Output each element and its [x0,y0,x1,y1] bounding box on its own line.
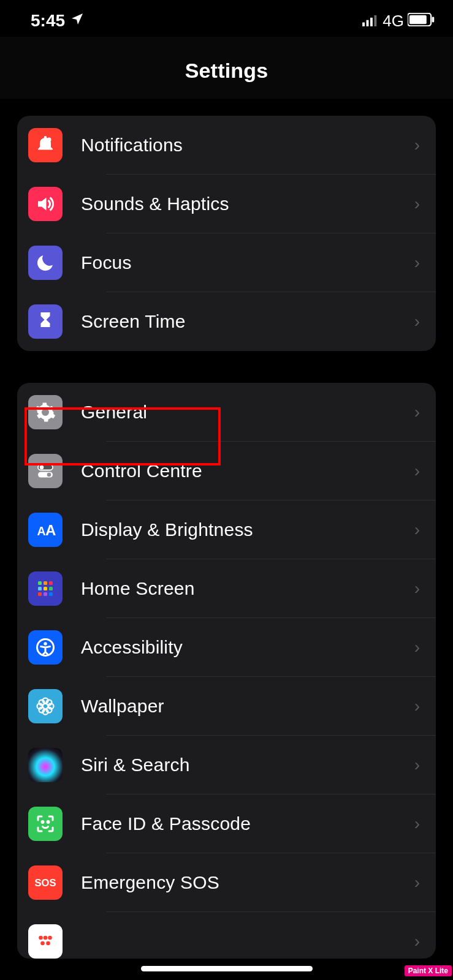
status-bar: 5:45 4G [0,0,453,37]
chevron-right-icon: › [414,814,424,834]
gear-icon [28,395,63,429]
row-homescreen[interactable]: Home Screen › [17,559,436,618]
row-sounds[interactable]: Sounds & Haptics › [17,175,436,233]
svg-rect-3 [375,15,377,26]
location-icon [70,11,85,31]
row-label: Notifications [63,135,414,156]
svg-rect-22 [49,592,53,596]
row-label: Sounds & Haptics [63,194,414,214]
settings-group-1: Notifications › Sounds & Haptics › Focus… [17,116,436,351]
row-exposure[interactable]: › [17,912,436,959]
row-label: Focus [63,252,414,273]
row-label: Siri & Search [63,755,414,775]
svg-point-39 [48,936,52,940]
settings-list[interactable]: Notifications › Sounds & Haptics › Focus… [0,116,453,959]
chevron-right-icon: › [414,755,424,775]
network-label: 4G [383,12,404,31]
row-label: Screen Time [63,311,414,332]
toggles-icon [28,454,63,488]
svg-rect-2 [370,18,373,26]
row-sos[interactable]: SOS Emergency SOS › [17,853,436,912]
settings-group-2: General › Control Centre › AA Display & … [17,383,436,959]
svg-rect-16 [49,581,53,585]
svg-rect-1 [367,20,369,26]
row-wallpaper[interactable]: Wallpaper › [17,677,436,736]
chevron-right-icon: › [414,579,424,598]
aa-icon: AA [28,513,63,547]
svg-point-24 [44,642,47,645]
row-display[interactable]: AA Display & Brightness › [17,500,436,559]
row-label: Display & Brightness [63,519,414,540]
chevron-right-icon: › [414,932,424,951]
svg-point-9 [40,466,44,470]
status-time: 5:45 [31,11,65,31]
svg-text:A: A [45,522,56,538]
signal-icon [362,11,379,31]
chevron-right-icon: › [414,638,424,657]
settings-header: Settings [0,37,453,99]
chevron-right-icon: › [414,520,424,540]
row-general[interactable]: General › [17,383,436,442]
speaker-icon [28,187,63,221]
person-circle-icon [28,630,63,665]
svg-point-41 [46,941,50,946]
chevron-right-icon: › [414,194,424,214]
chevron-right-icon: › [414,402,424,422]
sos-icon: SOS [28,865,63,900]
svg-rect-5 [409,15,427,24]
row-label: Emergency SOS [63,872,414,893]
svg-point-40 [40,941,45,946]
row-accessibility[interactable]: Accessibility › [17,618,436,677]
row-notifications[interactable]: Notifications › [17,116,436,175]
svg-point-34 [42,821,44,823]
status-right: 4G [362,11,435,31]
svg-rect-18 [44,587,47,590]
svg-rect-14 [38,581,42,585]
row-label: Wallpaper [63,696,414,717]
svg-text:SOS: SOS [35,877,56,888]
row-label: Accessibility [63,637,414,658]
svg-point-7 [47,138,51,142]
row-label: General [63,402,414,423]
face-icon [28,807,63,841]
exposure-icon [28,924,63,959]
moon-icon [28,246,63,280]
svg-rect-15 [44,581,47,585]
row-screentime[interactable]: Screen Time › [17,292,436,351]
row-label: Face ID & Passcode [63,813,414,834]
svg-rect-21 [44,592,47,596]
row-control-centre[interactable]: Control Centre › [17,442,436,500]
siri-icon [28,748,63,782]
chevron-right-icon: › [414,312,424,331]
status-left: 5:45 [31,11,85,31]
svg-rect-6 [432,17,435,23]
grid-icon [28,571,63,606]
chevron-right-icon: › [414,253,424,273]
row-label: Home Screen [63,578,414,599]
battery-icon [408,11,435,31]
flower-icon [28,689,63,723]
row-faceid[interactable]: Face ID & Passcode › [17,794,436,853]
page-title: Settings [0,59,453,83]
svg-text:A: A [37,524,46,538]
row-siri[interactable]: Siri & Search › [17,736,436,794]
svg-rect-0 [362,23,365,26]
hourglass-icon [28,304,63,339]
svg-rect-20 [38,592,42,596]
watermark: Paint X Lite [405,965,452,976]
svg-rect-17 [38,587,42,590]
svg-point-37 [39,936,43,940]
row-label: Control Centre [63,461,414,481]
chevron-right-icon: › [414,135,424,155]
bell-icon [28,128,63,162]
home-indicator[interactable] [141,966,313,971]
svg-point-38 [44,936,48,940]
row-focus[interactable]: Focus › [17,233,436,292]
svg-rect-19 [49,587,53,590]
svg-point-11 [47,473,51,477]
chevron-right-icon: › [414,696,424,716]
chevron-right-icon: › [414,873,424,892]
svg-point-35 [47,821,49,823]
chevron-right-icon: › [414,461,424,481]
